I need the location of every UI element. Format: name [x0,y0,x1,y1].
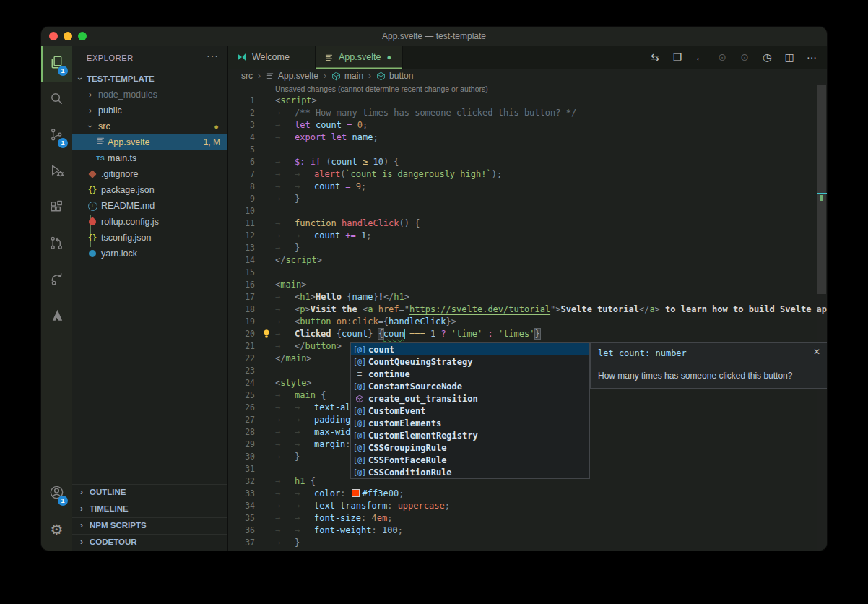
line-number: 33 [228,488,255,500]
code-line[interactable]: 11→function handleClick() { [228,217,817,230]
editor-scrollbar[interactable] [817,83,827,551]
file-tree-item-src[interactable]: ›src● [72,118,227,134]
chevron-right-icon: › [78,535,85,550]
split-editor-icon[interactable]: ◫ [780,48,799,66]
breadcrumb-item-main[interactable]: main [331,71,363,81]
file-tree-item-rollup-config-js[interactable]: rollup.config.js [72,214,227,230]
line-number: 6 [228,156,255,168]
code-line[interactable]: 13→} [228,242,817,254]
code-line[interactable]: 7→→alert(`count is dangerously high!`); [228,168,817,181]
open-preview-icon[interactable]: ❐ [668,48,687,66]
more-actions-icon[interactable]: ··· [802,48,821,66]
suggestion-label: CSSGroupingRule [368,443,446,453]
suggestion-continue[interactable]: ≡continue [351,368,589,380]
line-number: 28 [228,426,255,439]
line-number: 10 [228,205,255,217]
lightbulb-icon[interactable] [261,329,272,339]
code-line[interactable]: 5 [228,144,817,156]
code-line[interactable]: 1<script> [228,95,817,107]
activity-bar-item-run-debug[interactable] [41,154,72,190]
code-line[interactable]: 4→export let name; [228,131,817,144]
code-line[interactable]: 9→} [228,193,817,205]
activity-bar-item-source-control[interactable]: 1 [41,118,72,154]
code-line[interactable]: 15 [228,267,817,279]
explorer-sidebar: EXPLORER ··· › TEST-TEMPLATE ›node_modul… [72,46,228,551]
sidebar-section-timeline[interactable]: ›TIMELINE [72,501,227,517]
code-line[interactable]: 37→} [228,537,817,549]
svelte-file-icon [95,134,106,150]
close-icon[interactable]: ✕ [813,347,820,357]
activity-bar-top: 11 [41,46,72,335]
code-line[interactable]: 35→→font-size: 4em; [228,512,817,525]
code-line[interactable]: 12→→count += 1; [228,230,817,242]
tab-welcome[interactable]: Welcome [228,46,316,69]
suggestion-create_out_transition[interactable]: create_out_transition [351,392,589,405]
code-line[interactable]: 18→<p>Visit the <a href="https://svelte.… [228,303,817,316]
codelens-annotation[interactable]: Unsaved changes (cannot determine recent… [275,85,488,93]
scrollbar-slider[interactable] [817,85,826,294]
file-label: .gitignore [101,169,138,179]
code-line[interactable]: 8→→count = 9; [228,181,817,193]
file-tree-item-main-ts[interactable]: TSmain.ts [72,150,227,166]
breadcrumb-item-app-svelte[interactable]: App.svelte [266,71,318,81]
file-tree-item--gitignore[interactable]: .gitignore [72,166,227,182]
chevron-right-icon: › [87,87,94,103]
code-line[interactable]: 3→let count = 0; [228,119,817,131]
code-line[interactable]: 36→→font-weight: 100; [228,525,817,537]
sidebar-more-actions-icon[interactable]: ··· [207,50,219,61]
code-line[interactable]: 19→<button on:click={handleClick}> [228,316,817,328]
file-tree-item-node-modules[interactable]: ›node_modules [72,87,227,103]
suggestion-label: CustomEvent [368,406,425,416]
file-tree-item-package-json[interactable]: {}package.json [72,182,227,198]
code-editor[interactable]: Unsaved changes (cannot determine recent… [228,83,827,551]
suggestion-customelementregistry[interactable]: [@]CustomElementRegistry [351,429,589,441]
file-label: App.svelte [108,137,149,147]
suggestion-cssconditionrule[interactable]: [@]CSSConditionRule [351,466,589,478]
sidebar-section-npm-scripts[interactable]: ›NPM SCRIPTS [72,517,227,534]
activity-bar-item-github-pull-requests[interactable] [41,226,72,262]
code-line[interactable]: 16<main> [228,279,817,291]
line-number: 26 [228,402,255,414]
suggestion-constantsourcenode[interactable]: [@]ConstantSourceNode [351,380,589,392]
code-line[interactable]: 17→<h1>Hello {name}!</h1> [228,291,817,303]
activity-bar-item-extensions[interactable] [41,190,72,226]
code-line[interactable]: 14</script> [228,254,817,267]
file-tree-item-public[interactable]: ›public [72,103,227,118]
section-label: OUTLINE [90,488,126,496]
suggestion-customelements[interactable]: [@]customElements [351,417,589,429]
sidebar-section-codetour[interactable]: ›CODETOUR [72,534,227,551]
activity-bar-item-explorer[interactable]: 1 [41,46,72,82]
code-line[interactable]: 10 [228,205,817,217]
breadcrumb-separator: › [324,71,326,81]
file-tree-item-tsconfig-json[interactable]: {}tsconfig.json [72,230,227,246]
tab-app-svelte[interactable]: App.svelte● [316,46,403,69]
open-changes-icon[interactable]: ⇆ [646,48,664,66]
code-line[interactable]: 20→Clicked {count} {coun === 1 ? 'time' … [228,328,817,340]
code-line[interactable]: 34→→text-transform: uppercase; [228,500,817,512]
activity-bar-item-search[interactable] [41,82,72,118]
go-back-icon[interactable]: ← [690,48,709,66]
code-line[interactable]: 2→/** How many times has someone clicked… [228,107,817,119]
file-tree-item-yarn-lock[interactable]: yarn.lock [72,246,227,262]
workspace-root-row[interactable]: › TEST-TEMPLATE [72,71,227,87]
suggestion-countqueuingstrategy[interactable]: [@]CountQueuingStrategy [351,355,589,368]
sidebar-section-outline[interactable]: ›OUTLINE [72,484,227,501]
activity-bar-item-settings[interactable]: ⚙ [41,512,72,548]
activity-bar-item-accounts[interactable]: 1 [41,475,72,512]
file-label: main.ts [108,153,136,163]
suggestion-cssfontfacerule[interactable]: [@]CSSFontFaceRule [351,454,589,466]
activity-bar-item-live-share[interactable] [41,262,72,298]
breadcrumb-item-button[interactable]: button [376,71,413,81]
suggestion-cssgroupingrule[interactable]: [@]CSSGroupingRule [351,441,589,454]
activity-bar-item-azure[interactable] [41,298,72,335]
code-line[interactable]: 33→→color: #ff3e00; [228,488,817,500]
file-tree-item-readme-md[interactable]: iREADME.md [72,198,227,214]
suggestion-count[interactable]: [@]count [351,343,589,355]
suggestion-customevent[interactable]: [@]CustomEvent [351,405,589,417]
open-timeline-icon[interactable]: ◷ [758,48,776,66]
file-tree-item-app-svelte[interactable]: App.svelte1, M [72,134,227,150]
breadcrumb-item-src[interactable]: src [241,71,253,81]
code-line[interactable]: 6→$: if (count ≥ 10) { [228,156,817,168]
code-line-text: →→color: #ff3e00; [275,488,404,500]
keyword-icon: ≡ [351,369,368,379]
